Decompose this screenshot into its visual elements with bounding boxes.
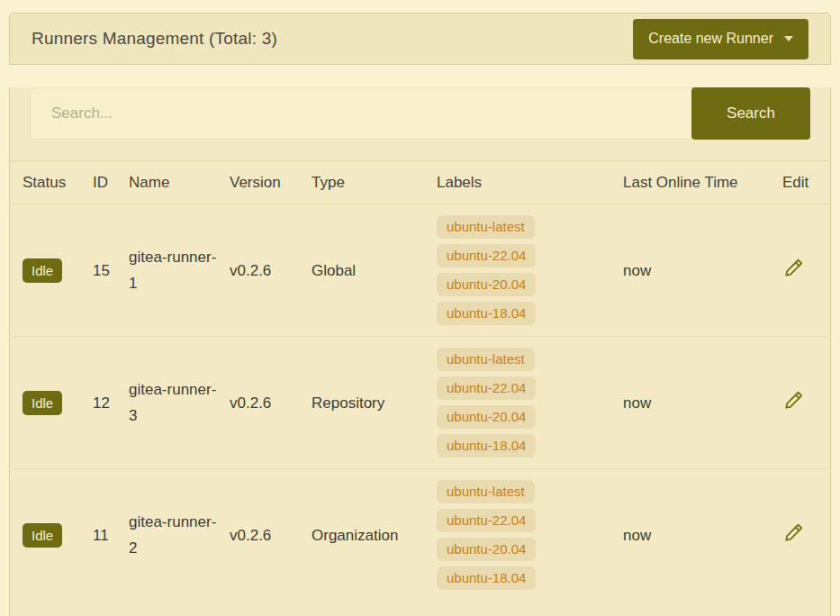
pencil-icon: [784, 390, 804, 410]
column-header-status: Status: [10, 161, 93, 204]
runner-label-pill: ubuntu-latest: [437, 480, 535, 503]
runner-label-pill: ubuntu-latest: [437, 215, 535, 239]
table-row-runner-11: Idle 11 gitea-runner-2 v0.2.6 Organizati…: [10, 469, 830, 602]
runner-type: Repository: [312, 337, 437, 469]
panel-header: Runners Management (Total: 3) Create new…: [9, 13, 831, 65]
search-button[interactable]: Search: [691, 87, 810, 140]
runner-id: 12: [93, 337, 129, 469]
runner-label-pill: ubuntu-22.04: [437, 376, 536, 400]
table-header-row: Status ID Name Version Type Labels Last …: [10, 161, 830, 204]
search-input[interactable]: [30, 87, 695, 140]
runner-type: Organization: [312, 469, 437, 602]
runner-version: v0.2.6: [230, 469, 312, 602]
table-row-runner-15: Idle 15 gitea-runner-1 v0.2.6 Global ubu…: [10, 204, 830, 337]
status-badge: Idle: [23, 391, 62, 415]
pencil-icon: [784, 522, 804, 542]
runner-label-pill: ubuntu-latest: [437, 348, 535, 371]
runner-id: 15: [93, 204, 129, 337]
column-header-version: Version: [230, 161, 312, 204]
runner-label-pill: ubuntu-22.04: [437, 509, 536, 532]
pencil-icon: [784, 258, 804, 277]
runner-name: gitea-runner-1: [129, 204, 230, 337]
edit-runner-button[interactable]: [782, 521, 806, 544]
column-header-type: Type: [312, 161, 437, 204]
runner-labels: ubuntu-latest ubuntu-22.04 ubuntu-20.04 …: [437, 480, 616, 590]
column-header-last-online-time: Last Online Time: [623, 161, 782, 204]
runner-label-pill: ubuntu-20.04: [437, 405, 536, 429]
page-title: Runners Management (Total: 3): [32, 29, 277, 49]
runners-table: Status ID Name Version Type Labels Last …: [10, 160, 830, 601]
runner-label-pill: ubuntu-22.04: [437, 244, 536, 267]
runner-version: v0.2.6: [230, 337, 312, 469]
runner-label-pill: ubuntu-18.04: [437, 302, 536, 325]
runner-type: Global: [312, 204, 437, 337]
column-header-id: ID: [93, 161, 129, 204]
last-online-time: now: [623, 469, 782, 602]
edit-runner-button[interactable]: [782, 388, 806, 412]
runner-id: 11: [93, 469, 129, 602]
column-header-labels: Labels: [437, 161, 623, 204]
create-new-runner-label: Create new Runner: [648, 31, 773, 47]
last-online-time: now: [623, 204, 782, 337]
column-header-edit: Edit: [782, 161, 830, 204]
runner-label-pill: ubuntu-18.04: [437, 566, 536, 590]
caret-down-icon: [784, 36, 793, 41]
status-badge: Idle: [23, 523, 62, 548]
create-new-runner-button[interactable]: Create new Runner: [633, 19, 808, 59]
runner-labels: ubuntu-latest ubuntu-22.04 ubuntu-20.04 …: [437, 215, 616, 325]
table-row-runner-12: Idle 12 gitea-runner-3 v0.2.6 Repository…: [10, 337, 830, 469]
runner-labels: ubuntu-latest ubuntu-22.04 ubuntu-20.04 …: [437, 348, 616, 457]
last-online-time: now: [623, 337, 782, 469]
runner-label-pill: ubuntu-20.04: [437, 273, 536, 296]
runner-label-pill: ubuntu-18.04: [437, 434, 536, 457]
runner-version: v0.2.6: [230, 204, 312, 337]
runner-label-pill: ubuntu-20.04: [437, 538, 536, 561]
runner-name: gitea-runner-3: [129, 337, 230, 469]
column-header-name: Name: [129, 161, 230, 204]
status-badge: Idle: [23, 258, 62, 283]
search-bar: Search: [30, 87, 810, 140]
runners-management-panel: Runners Management (Total: 3) Create new…: [9, 13, 831, 616]
edit-runner-button[interactable]: [782, 256, 806, 279]
runner-name: gitea-runner-2: [129, 469, 230, 602]
panel-body: Search Status ID Name Version Type Label…: [9, 87, 831, 616]
